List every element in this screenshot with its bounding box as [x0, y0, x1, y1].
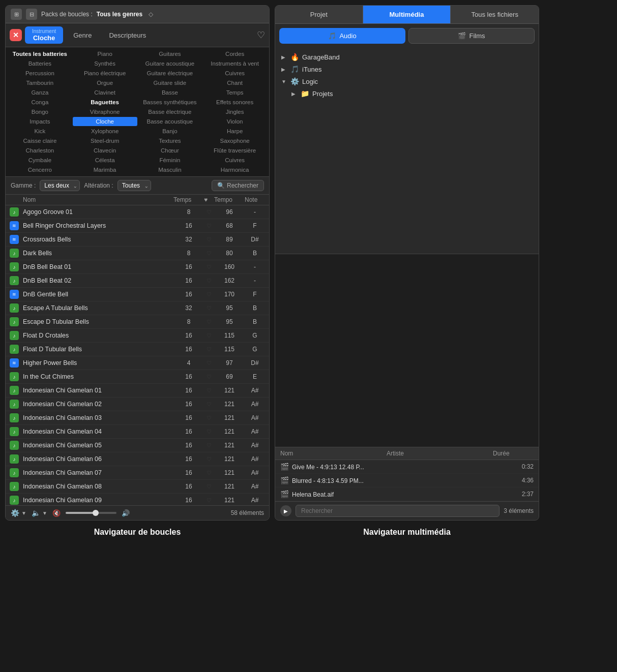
media-tab-films[interactable]: 🎬Films	[408, 28, 535, 44]
grid-cell[interactable]: Célesta	[73, 156, 137, 165]
grid-cell[interactable]: Cuivres	[202, 69, 267, 78]
loop-row[interactable]: ♪Indonesian Chi Gamelan 0416♡121A#	[6, 425, 269, 439]
grid-cell[interactable]: Vibraphone	[73, 107, 137, 116]
grid-cell[interactable]: Effets sonores	[202, 98, 267, 107]
loop-row[interactable]: ♪Escape A Tubular Bells32♡95B	[6, 301, 269, 315]
loop-row[interactable]: ♪Indonesian Chi Gamelan 0116♡121A#	[6, 384, 269, 398]
loop-row[interactable]: ♪Agogo Groove 018♡96-	[6, 205, 269, 219]
loop-heart[interactable]: ♡	[204, 456, 214, 463]
loop-heart[interactable]: ♡	[204, 360, 214, 366]
grid-cell[interactable]: Clavecin	[73, 146, 137, 155]
grid-cell[interactable]: Impacts	[8, 117, 72, 126]
loop-heart[interactable]: ♡	[204, 236, 214, 243]
grid-cell[interactable]: Jingles	[202, 107, 267, 116]
grid-cell[interactable]: Féminin	[138, 156, 202, 165]
grid-cell[interactable]: Percussion	[8, 69, 72, 78]
loop-heart[interactable]: ♡	[204, 319, 214, 325]
loop-row[interactable]: ♪Float D Tubular Bells16♡115G	[6, 343, 269, 356]
grid-cell[interactable]: Cuivres	[202, 156, 267, 165]
media-tab-audio[interactable]: 🎵Audio	[279, 28, 405, 44]
loop-row[interactable]: ♪Indonesian Chi Gamelan 0616♡121A#	[6, 452, 269, 466]
sort-btn[interactable]: ◇	[149, 11, 153, 18]
loop-heart[interactable]: ♡	[204, 497, 214, 504]
media-file-row[interactable]: 🎬Blurred - 4:8:13 4.59 PM...4:36	[275, 474, 539, 487]
grid-cell[interactable]: Synthés	[73, 59, 137, 68]
tab-descripteurs[interactable]: Descripteurs	[102, 29, 153, 41]
grid-cell[interactable]: Instruments à vent	[202, 59, 267, 68]
grid-cell[interactable]: Cloche	[73, 117, 137, 126]
loop-row[interactable]: ≋Crossroads Bells32♡89D#	[6, 233, 269, 247]
loop-heart[interactable]: ♡	[204, 278, 214, 284]
tree-item-logic[interactable]: ▼⚙️Logic	[279, 75, 535, 87]
grid-cell[interactable]: Kick	[8, 127, 72, 136]
right-tab-multimédia[interactable]: Multimédia	[363, 6, 451, 23]
grid-cell[interactable]: Harmonica	[202, 165, 267, 174]
alt-select[interactable]: Toutes	[117, 180, 151, 191]
loop-heart[interactable]: ♡	[204, 264, 214, 270]
grid-cell[interactable]: Masculin	[138, 165, 202, 174]
loop-row[interactable]: ♪Indonesian Chi Gamelan 0216♡121A#	[6, 398, 269, 411]
loop-heart[interactable]: ♡	[204, 415, 214, 421]
loop-row[interactable]: ≋Bell Ringer Orchestral Layers16♡68F	[6, 219, 269, 233]
grid-cell[interactable]: Harpe	[202, 127, 267, 136]
grid-cell[interactable]: Chant	[202, 78, 267, 87]
grid-cell[interactable]: Conga	[8, 98, 72, 107]
grid-cell[interactable]: Saxophone	[202, 136, 267, 145]
right-tab-tous-les-fichiers[interactable]: Tous les fichiers	[451, 6, 539, 23]
icon-btn-1[interactable]: ⊞	[11, 9, 22, 20]
search-button[interactable]: 🔍 Rechercher	[212, 180, 264, 191]
grid-cell[interactable]: Xylophone	[73, 127, 137, 136]
grid-cell[interactable]: Bongo	[8, 107, 72, 116]
volume-slider[interactable]	[66, 512, 116, 514]
grid-cell[interactable]: Basse acoustique	[138, 117, 202, 126]
loop-heart[interactable]: ♡	[204, 401, 214, 408]
loop-row[interactable]: ♪Indonesian Chi Gamelan 0516♡121A#	[6, 439, 269, 452]
media-search-input[interactable]	[296, 505, 500, 517]
loop-heart[interactable]: ♡	[204, 387, 214, 394]
grid-cell[interactable]: Basse	[138, 88, 202, 97]
loop-heart[interactable]: ♡	[204, 291, 214, 298]
loop-row[interactable]: ≋Higher Power Bells4♡97D#	[6, 356, 269, 370]
loop-row[interactable]: ♪In the Cut Chimes16♡69E	[6, 370, 269, 384]
grid-cell[interactable]: Temps	[202, 88, 267, 97]
grid-cell[interactable]: Piano	[73, 49, 137, 58]
loop-heart[interactable]: ♡	[204, 223, 214, 229]
loop-heart[interactable]: ♡	[204, 429, 214, 435]
grid-cell[interactable]: Cencerro	[8, 165, 72, 174]
loop-heart[interactable]: ♡	[204, 305, 214, 312]
grid-cell[interactable]: Toutes les batteries	[8, 49, 72, 58]
close-button[interactable]: ✕	[10, 29, 22, 41]
tree-item-itunes[interactable]: ▶🎵iTunes	[279, 63, 535, 75]
grid-cell[interactable]: Violon	[202, 117, 267, 126]
loop-heart[interactable]: ♡	[204, 442, 214, 449]
grid-cell[interactable]: Cordes	[202, 49, 267, 58]
gear-button[interactable]: ⚙️ ▼	[11, 509, 26, 517]
grid-cell[interactable]: Guitare acoustique	[138, 59, 202, 68]
grid-cell[interactable]: Chœur	[138, 146, 202, 155]
loop-row[interactable]: ♪Indonesian Chi Gamelan 0316♡121A#	[6, 411, 269, 425]
loop-row[interactable]: ≋DnB Gentle Bell16♡170F	[6, 288, 269, 301]
loop-row[interactable]: ♪Indonesian Chi Gamelan 0916♡121A#	[6, 494, 269, 505]
media-file-row[interactable]: 🎬Give Me - 4:9:13 12.48 P...0:32	[275, 460, 539, 474]
gamme-select[interactable]: Les deux Majeur Mineur	[40, 180, 80, 191]
grid-cell[interactable]: Cymbale	[8, 156, 72, 165]
grid-cell[interactable]: Tambourin	[8, 78, 72, 87]
loop-row[interactable]: ♪DnB Bell Beat 0116♡160-	[6, 260, 269, 274]
loop-heart[interactable]: ♡	[204, 250, 214, 257]
grid-cell[interactable]: Guitare slide	[138, 78, 202, 87]
grid-cell[interactable]: Guitare électrique	[138, 69, 202, 78]
icon-btn-2[interactable]: ⊟	[26, 9, 37, 20]
volume-button[interactable]: 🔈 ▼	[32, 509, 47, 517]
right-tab-projet[interactable]: Projet	[275, 6, 363, 23]
grid-cell[interactable]: Clavinet	[73, 88, 137, 97]
loop-row[interactable]: ♪Indonesian Chi Gamelan 0716♡121A#	[6, 466, 269, 480]
loop-row[interactable]: ♪Float D Crotales16♡115G	[6, 329, 269, 343]
grid-cell[interactable]: Orgue	[73, 78, 137, 87]
tree-item-projets[interactable]: ▶📁Projets	[279, 87, 535, 100]
loop-row[interactable]: ♪Dark Bells8♡80B	[6, 247, 269, 260]
grid-cell[interactable]: Marimba	[73, 165, 137, 174]
grid-cell[interactable]: Textures	[138, 136, 202, 145]
tab-genre[interactable]: Genre	[66, 29, 99, 41]
grid-cell[interactable]: Baguettes	[73, 98, 137, 107]
grid-cell[interactable]: Batteries	[8, 59, 72, 68]
